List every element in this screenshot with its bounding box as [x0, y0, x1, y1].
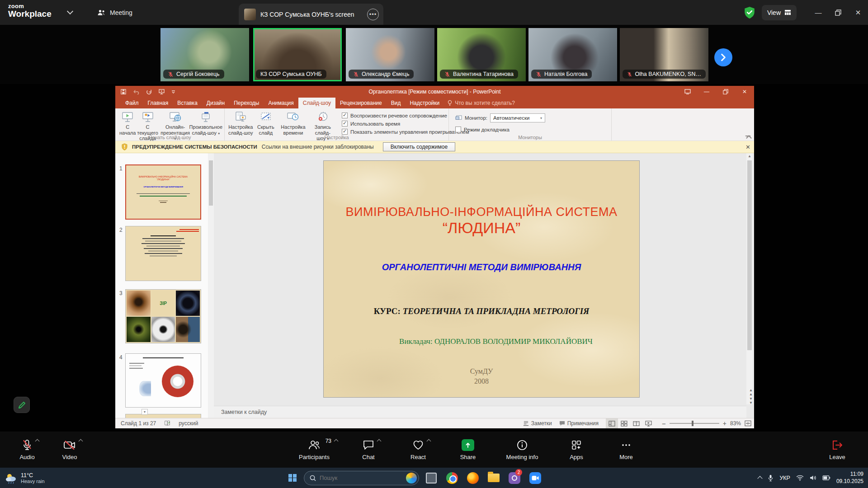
search-highlights-icon[interactable]: [406, 473, 417, 483]
volume-icon[interactable]: [810, 475, 816, 481]
minimize-button[interactable]: —: [808, 0, 828, 25]
participants-button[interactable]: 73 Participants: [285, 435, 344, 464]
next-participants-button[interactable]: [714, 48, 732, 66]
tab-shared-screen[interactable]: КЗ СОР Сумська ОУНБ's screen •••: [239, 4, 383, 25]
tray-hidden-icons-chevron[interactable]: [758, 476, 763, 481]
tab-addins[interactable]: Надстройки: [405, 98, 444, 108]
notes-pane[interactable]: Заметки к слайду: [214, 406, 746, 418]
ppt-minimize-button[interactable]: —: [697, 86, 716, 98]
apps-button[interactable]: Apps: [552, 435, 601, 464]
leave-button[interactable]: Leave: [818, 435, 856, 464]
checkbox-presenter-view[interactable]: Режим докладчика: [455, 127, 545, 132]
start-button[interactable]: [285, 468, 300, 488]
tab-home[interactable]: Главная: [143, 98, 173, 108]
language-indicator[interactable]: русский: [179, 420, 198, 427]
taskbar-search-box[interactable]: [304, 471, 419, 485]
react-options-chevron-icon[interactable]: [427, 439, 431, 444]
collapse-ribbon-chevron-icon[interactable]: [745, 136, 750, 139]
next-slide-button[interactable]: ▼▼: [748, 396, 754, 404]
taskbar-app-window[interactable]: [423, 468, 440, 488]
ppt-restore-button[interactable]: [716, 86, 735, 98]
taskbar-app-viber[interactable]: 2: [506, 468, 523, 488]
tab-insert[interactable]: Вставка: [173, 98, 202, 108]
video-tile[interactable]: Olha BAKUMENKO, SN…: [620, 28, 708, 81]
tab-design[interactable]: Дизайн: [202, 98, 229, 108]
taskbar-app-zoom[interactable]: [527, 468, 544, 488]
participants-options-chevron-icon[interactable]: [334, 439, 339, 444]
taskbar-app-firefox[interactable]: [464, 468, 481, 488]
view-button[interactable]: View: [762, 5, 797, 20]
slide-thumbnail-3[interactable]: ЗІР: [125, 289, 201, 343]
video-tile[interactable]: Валентина Татаринова: [437, 28, 526, 81]
slide-canvas[interactable]: ВИМІРЮВАЛЬНО-ІНФОРМАЦІЙНА СИСТЕМА “ЛЮДИН…: [324, 161, 639, 397]
tell-me-box[interactable]: Что вы хотите сделать?: [448, 98, 515, 108]
warning-close-icon[interactable]: ✕: [745, 144, 750, 150]
zoom-percentage[interactable]: 83%: [730, 420, 741, 427]
video-tile-active-speaker[interactable]: КЗ СОР Сумська ОУНБ: [253, 28, 342, 81]
monitor-dropdown[interactable]: Автоматически ▾: [490, 113, 545, 122]
ribbon-hide-slide-button[interactable]: Скрыть слайд: [255, 110, 277, 136]
presenter-display-icon[interactable]: [678, 86, 697, 98]
tab-slideshow[interactable]: Слайд-шоу: [298, 98, 335, 108]
notes-toggle[interactable]: Заметки: [523, 420, 552, 427]
react-button[interactable]: React: [393, 435, 443, 464]
more-button[interactable]: More: [601, 435, 651, 464]
security-shield-icon[interactable]: [744, 6, 755, 19]
ribbon-setup-slideshow-button[interactable]: Настройка слайд-шоу: [226, 110, 255, 136]
checkbox-show-media-controls[interactable]: Показать элементы управления проигрывате…: [342, 129, 444, 135]
workspace-chevron-down-icon[interactable]: [67, 8, 73, 14]
tab-options-ellipsis-icon[interactable]: •••: [367, 9, 379, 20]
tab-view[interactable]: Вид: [387, 98, 406, 108]
slide-thumbnail-2[interactable]: [125, 226, 201, 281]
thumbnail-panel-collapse-icon[interactable]: ▾: [142, 409, 148, 415]
tab-meeting[interactable]: Meeting: [97, 0, 132, 25]
scrollbar-thumb[interactable]: [209, 160, 213, 206]
reading-view-button[interactable]: [630, 418, 642, 428]
comments-toggle[interactable]: Примечания: [559, 420, 599, 427]
normal-view-button[interactable]: [606, 418, 618, 428]
taskbar-app-chrome[interactable]: [443, 468, 461, 488]
slide-scrollbar[interactable]: ▲: [746, 153, 753, 404]
audio-options-chevron-icon[interactable]: [35, 439, 40, 444]
checkbox-play-narrations[interactable]: Воспроизвести речевое сопровождение: [342, 113, 444, 118]
battery-icon[interactable]: [822, 475, 830, 480]
tab-animations[interactable]: Анимация: [264, 98, 298, 108]
wifi-icon[interactable]: [796, 475, 804, 481]
ribbon-from-beginning-button[interactable]: С начала: [119, 110, 136, 136]
search-input[interactable]: [320, 474, 402, 481]
video-button[interactable]: Video: [51, 435, 89, 464]
audio-button[interactable]: Audio: [8, 435, 46, 464]
slide-thumbnail-5-partial[interactable]: [125, 414, 201, 418]
ppt-close-button[interactable]: ✕: [735, 86, 754, 98]
share-screen-button[interactable]: Share: [443, 435, 493, 464]
zoom-slider[interactable]: [670, 423, 719, 424]
slide-thumbnail-4[interactable]: [125, 353, 201, 408]
checkbox-use-timings[interactable]: Использовать время: [342, 121, 444, 127]
scroll-up-arrow-icon[interactable]: ▲: [746, 153, 753, 160]
taskbar-app-explorer[interactable]: [485, 468, 502, 488]
weather-widget[interactable]: 11°C Heavy rain: [5, 468, 45, 488]
video-options-chevron-icon[interactable]: [79, 439, 83, 444]
tab-transitions[interactable]: Переходы: [229, 98, 264, 108]
slide-sorter-view-button[interactable]: [618, 418, 630, 428]
zoom-in-button[interactable]: +: [723, 420, 726, 427]
video-tile[interactable]: Олександр Ємець: [346, 28, 434, 81]
close-button[interactable]: ✕: [848, 0, 868, 25]
slide-thumbnail-1-selected[interactable]: ВИМІРЮВАЛЬНО-ІНФОРМАЦІЙНА СИСТЕМА “ЛЮДИН…: [125, 164, 201, 220]
restore-button[interactable]: [828, 0, 848, 25]
thumbnail-scrollbar[interactable]: [208, 153, 214, 418]
slideshow-view-button[interactable]: [642, 418, 655, 428]
previous-slide-button[interactable]: ▲▲: [748, 387, 754, 396]
spellcheck-button[interactable]: [164, 420, 170, 427]
video-tile[interactable]: Наталія Болгова: [528, 28, 617, 81]
tab-file[interactable]: Файл: [121, 98, 143, 108]
zoom-out-button[interactable]: −: [662, 420, 666, 427]
chat-button[interactable]: Chat: [344, 435, 393, 464]
tab-review[interactable]: Рецензирование: [335, 98, 387, 108]
annotation-tools-button[interactable]: [14, 397, 30, 413]
tray-mic-icon[interactable]: [768, 474, 774, 482]
ribbon-custom-slideshow-button[interactable]: Произвольное слайд-шоу ▾: [189, 110, 222, 136]
meeting-info-button[interactable]: Meeting info: [493, 435, 552, 464]
language-indicator[interactable]: УКР: [779, 475, 790, 481]
clock[interactable]: 11:09 09.10.2025: [836, 471, 863, 485]
